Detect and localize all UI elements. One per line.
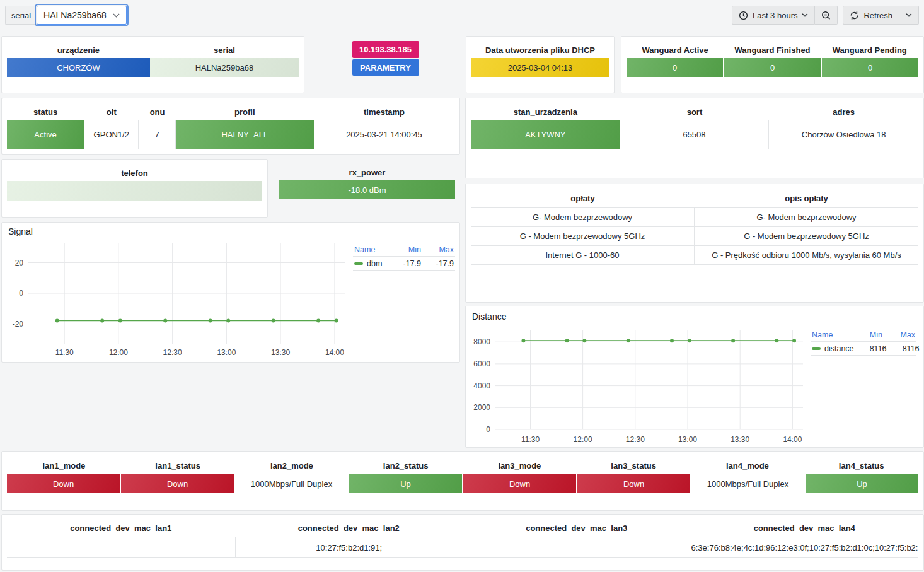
refresh-interval-button[interactable] (899, 6, 919, 25)
parametry-button[interactable]: PARAMETRY (352, 59, 419, 76)
panel-dhcp: Data utworzenia pliku DHCP 2025-03-04 04… (466, 36, 615, 93)
opis-value: G - Modem bezprzewodowy 5GHz (695, 227, 918, 245)
svg-text:6000: 6000 (473, 359, 490, 368)
top-bar: serial HALNa259ba68 Last 3 hours (0, 0, 924, 29)
svg-text:12:00: 12:00 (109, 348, 128, 357)
wanguard-pending-value: 0 (822, 58, 918, 77)
profil-value: HALNY_ALL (176, 120, 314, 149)
signal-legend: Name Min Max dbm -17.9 -17.9 (353, 243, 455, 359)
oplata-value: G- Modem bezprzewodowy (471, 208, 695, 226)
panel-stan-urzadzenia: stan_urzadzenia sort adres AKTYWNY 65508… (465, 98, 924, 178)
refresh-button[interactable]: Refresh (843, 6, 899, 25)
mac-lan2-value: 10:27:f5:b2:d1:91; (235, 537, 463, 557)
column-header: urządzenie (7, 45, 150, 55)
column-header: lan3_status (577, 461, 691, 470)
legend-series[interactable]: distance (812, 344, 854, 353)
legend-series[interactable]: dbm (354, 259, 388, 268)
lan3-mode-value: Down (463, 474, 576, 493)
svg-text:0: 0 (486, 425, 490, 434)
chevron-down-icon (802, 13, 808, 17)
column-header: opis opłaty (695, 194, 918, 203)
svg-text:2000: 2000 (473, 403, 490, 412)
dashboard: serial HALNa259ba68 Last 3 hours (0, 0, 924, 572)
refresh-group: Refresh (843, 6, 919, 25)
table-row: G- Modem bezprzewodowy G- Modem bezprzew… (471, 208, 918, 227)
legend-row: distance 8116 8116 (811, 342, 916, 356)
svg-text:11:30: 11:30 (521, 435, 540, 444)
lan4-mode-value: 1000Mbps/Full Duplex (691, 474, 804, 493)
legend-col-min[interactable]: Min (850, 330, 882, 339)
column-header: connected_dev_mac_lan2 (235, 523, 463, 533)
column-header: rx_power (279, 168, 455, 177)
column-header: Data utworzenia pliku DHCP (471, 45, 609, 55)
column-header: lan1_mode (7, 461, 121, 470)
legend-col-max[interactable]: Max (421, 245, 454, 254)
panel-title: Distance (466, 306, 923, 323)
column-header: lan2_mode (235, 461, 349, 470)
lan2-status-value: Up (349, 474, 462, 493)
legend-max-value: -17.9 (421, 259, 454, 268)
panel-onu-status: status olt onu profil timestamp Active G… (1, 98, 460, 155)
legend-col-name[interactable]: Name (354, 245, 388, 254)
column-header: timestamp (314, 107, 454, 117)
lan2-mode-value: 1000Mbps/Full Duplex (235, 474, 348, 493)
panel-ip-links: 10.193.38.185 PARAMETRY (311, 36, 460, 93)
svg-text:13:30: 13:30 (271, 348, 290, 357)
table-row: Internet G - 1000-60 G - Prędkość odbior… (471, 246, 918, 265)
column-header: Wanguard Finished (724, 45, 821, 55)
variable-label: serial (5, 6, 37, 25)
onu-value: 7 (139, 120, 175, 149)
chevron-down-icon (113, 13, 120, 18)
svg-text:11:30: 11:30 (55, 348, 74, 357)
lan4-status-value: Up (806, 474, 918, 493)
opis-value: G - Prędkość odbioru 1000 Mb/s, wysyłani… (695, 246, 918, 264)
mac-lan4-value: 6:3e:76:b8:4e;4c:1d:96:12:e3:0f;10:27:f5… (691, 537, 919, 557)
time-range-button[interactable]: Last 3 hours (732, 6, 816, 25)
svg-text:13:00: 13:00 (678, 435, 697, 444)
legend-col-max[interactable]: Max (882, 330, 915, 339)
legend-min-value: 8116 (854, 344, 887, 353)
series-color-swatch (812, 347, 821, 350)
dhcp-date-value: 2025-03-04 04:13 (471, 58, 609, 77)
legend-row: dbm -17.9 -17.9 (353, 257, 455, 271)
legend-col-name[interactable]: Name (812, 330, 850, 339)
variable-value: HALNa259ba68 (43, 10, 107, 20)
device-value: CHORZÓW (7, 58, 150, 77)
column-header: telefon (7, 168, 262, 178)
lan3-status-value: Down (577, 474, 690, 493)
refresh-icon (850, 11, 859, 20)
panel-oplaty: opłaty opis opłaty G- Modem bezprzewodow… (465, 184, 924, 303)
column-header: lan4_mode (691, 461, 805, 470)
column-header: connected_dev_mac_lan3 (463, 523, 691, 533)
time-range-label: Last 3 hours (753, 11, 798, 20)
column-header: opłaty (471, 194, 695, 203)
column-header: olt (84, 107, 139, 117)
svg-text:14:00: 14:00 (783, 435, 802, 444)
column-header: stan_urzadzenia (471, 107, 620, 117)
svg-text:14:00: 14:00 (325, 348, 344, 357)
svg-text:13:30: 13:30 (731, 435, 749, 444)
column-header: Wanguard Active (627, 45, 724, 55)
signal-chart: 200-2011:3012:0012:3013:0013:3014:00 (2, 238, 352, 359)
legend-col-min[interactable]: Min (388, 245, 421, 254)
svg-text:12:30: 12:30 (626, 435, 645, 444)
mac-lan1-value (7, 537, 235, 557)
panel-distance-chart: Distance 8000600040002000011:3012:0012:3… (465, 306, 924, 448)
svg-text:4000: 4000 (473, 382, 490, 390)
ip-address-button[interactable]: 10.193.38.185 (352, 41, 419, 58)
column-header: sort (620, 107, 770, 117)
svg-text:12:30: 12:30 (163, 348, 182, 357)
legend-min-value: -17.9 (388, 259, 421, 268)
refresh-label: Refresh (863, 11, 892, 20)
zoom-out-button[interactable] (815, 6, 838, 25)
column-header: adres (769, 107, 918, 117)
svg-text:-20: -20 (13, 320, 24, 329)
column-header: onu (139, 107, 175, 117)
stan-urzadzenia-value: AKTYWNY (471, 120, 620, 149)
variable-select[interactable]: HALNa259ba68 (37, 6, 127, 25)
column-header: lan1_status (121, 461, 235, 470)
sort-value: 65508 (620, 120, 770, 149)
telefon-value (7, 181, 262, 201)
table-row: G - Modem bezprzewodowy 5GHz G - Modem b… (471, 227, 918, 246)
panel-signal-chart: Signal 200-2011:3012:0012:3013:0013:3014… (1, 222, 460, 363)
